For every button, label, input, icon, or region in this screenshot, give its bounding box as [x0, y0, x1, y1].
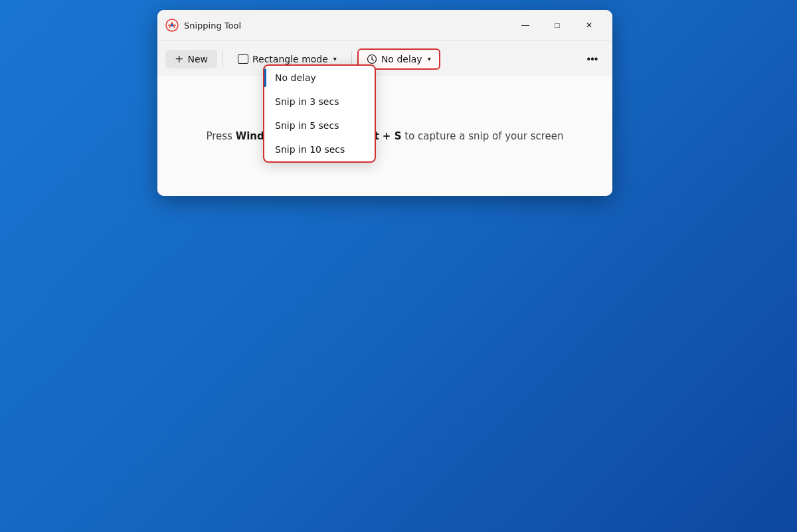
toolbar-separator-1	[222, 51, 223, 67]
app-icon	[165, 19, 179, 32]
delay-option-3secs[interactable]: Snip in 3 secs	[264, 90, 375, 114]
window-title: Snipping Tool	[184, 21, 241, 31]
delay-option-5secs[interactable]: Snip in 5 secs	[264, 114, 375, 137]
delay-dropdown: No delay Snip in 3 secs Snip in 5 secs S…	[263, 64, 376, 163]
content-area: Press Windows logo key + Shift + S to ca…	[157, 76, 612, 196]
minimize-button[interactable]: —	[510, 15, 541, 36]
svg-point-1	[171, 24, 173, 27]
window-controls: — □ ✕	[510, 15, 604, 36]
delay-option-10secs[interactable]: Snip in 10 secs	[264, 137, 375, 161]
close-button[interactable]: ✕	[574, 15, 604, 36]
delay-option-no-delay[interactable]: No delay	[264, 66, 375, 90]
delay-option-no-delay-label: No delay	[275, 72, 316, 83]
toolbar: + New Rectangle mode ▾ No delay	[157, 41, 612, 76]
delay-option-3secs-label: Snip in 3 secs	[275, 96, 339, 107]
clock-icon	[367, 54, 377, 64]
more-options-label: •••	[587, 53, 598, 65]
delay-button-label: No delay	[381, 54, 422, 64]
delay-option-10secs-label: Snip in 10 secs	[275, 144, 345, 155]
new-button[interactable]: + New	[165, 50, 217, 68]
snipping-tool-window: Snipping Tool — □ ✕ + New Rectangle mode…	[157, 10, 612, 196]
delay-option-5secs-label: Snip in 5 secs	[275, 120, 339, 131]
mode-chevron-icon: ▾	[333, 55, 337, 62]
delay-chevron-icon: ▾	[428, 55, 431, 62]
instruction-text: Press Windows logo key + Shift + S to ca…	[206, 130, 563, 142]
new-button-label: New	[187, 54, 208, 64]
desktop: Snipping Tool — □ ✕ + New Rectangle mode…	[0, 0, 797, 532]
rectangle-icon	[238, 54, 248, 64]
plus-icon: +	[175, 54, 183, 64]
title-bar: Snipping Tool — □ ✕	[157, 10, 612, 41]
mode-button-label: Rectangle mode	[252, 54, 328, 64]
svg-line-6	[372, 59, 374, 60]
more-options-button[interactable]: •••	[580, 47, 604, 71]
title-left: Snipping Tool	[165, 19, 241, 32]
maximize-button[interactable]: □	[542, 15, 573, 36]
